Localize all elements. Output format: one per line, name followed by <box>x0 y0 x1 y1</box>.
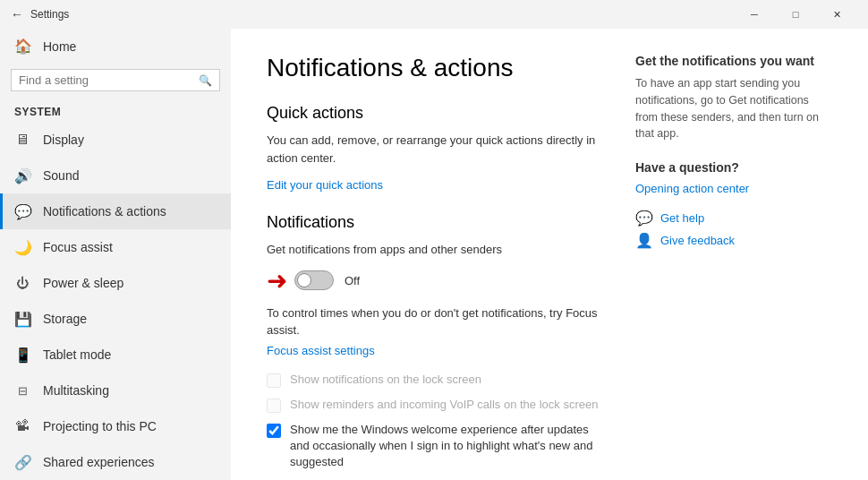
search-input[interactable] <box>19 73 199 87</box>
multitasking-icon: ⊟ <box>14 384 30 398</box>
close-button[interactable]: ✕ <box>816 0 857 29</box>
feedback-icon: 👤 <box>635 232 653 249</box>
help-section: 💬 Get help 👤 Give feedback <box>635 210 832 249</box>
sidebar-item-label: Power & sleep <box>43 276 123 290</box>
get-help-link[interactable]: Get help <box>660 211 704 225</box>
sidebar-item-label: Sound <box>43 168 79 183</box>
sidebar-item-focus[interactable]: 🌙 Focus assist <box>0 229 231 265</box>
tablet-icon: 📱 <box>14 347 30 364</box>
sidebar-item-label: Shared experiences <box>43 455 155 469</box>
sidebar-item-label: Display <box>43 133 84 147</box>
quick-actions-title: Quick actions <box>267 104 600 123</box>
give-feedback-link[interactable]: Give feedback <box>660 234 735 247</box>
app-title: Settings <box>30 8 69 21</box>
welcome-checkbox[interactable] <box>267 424 281 438</box>
back-icon[interactable]: ← <box>11 7 23 21</box>
content-main: Notifications & actions Quick actions Yo… <box>267 54 600 455</box>
focus-assist-desc: To control times when you do or don't ge… <box>267 304 600 339</box>
sidebar-item-notifications[interactable]: 💬 Notifications & actions <box>0 193 231 229</box>
sidebar-item-label: Storage <box>43 312 87 326</box>
sidebar-item-label: Tablet mode <box>43 347 111 362</box>
red-arrow-icon: ➜ <box>267 266 287 296</box>
minimize-button[interactable]: ─ <box>734 0 775 29</box>
home-icon: 🏠 <box>14 38 32 55</box>
sidebar-item-multitasking[interactable]: ⊟ Multitasking <box>0 373 231 408</box>
maximize-button[interactable]: □ <box>775 0 816 29</box>
voip-checkbox[interactable] <box>267 399 281 413</box>
notifications-icon: 💬 <box>14 203 30 220</box>
notifications-title: Notifications <box>267 213 600 232</box>
notifications-from-label: Get notifications from apps and other se… <box>267 241 600 259</box>
search-box[interactable]: 🔍 <box>11 69 220 91</box>
voip-label: Show reminders and incoming VoIP calls o… <box>290 397 598 413</box>
focus-icon: 🌙 <box>14 239 30 256</box>
projecting-icon: 📽 <box>14 418 30 434</box>
right-panel: Get the notifications you want To have a… <box>635 54 832 455</box>
right-section2-title: Have a question? <box>635 160 832 175</box>
titlebar: ← Settings ─ □ ✕ <box>0 0 868 29</box>
welcome-label: Show me the Windows welcome experience a… <box>290 422 600 471</box>
opening-action-center-link[interactable]: Opening action center <box>635 182 832 195</box>
sidebar-item-label: Focus assist <box>43 240 113 254</box>
lock-screen-checkbox[interactable] <box>267 373 281 388</box>
right-section1-title: Get the notifications you want <box>635 54 832 68</box>
quick-actions-desc: You can add, remove, or rearrange your q… <box>267 132 600 167</box>
sidebar-item-tablet[interactable]: 📱 Tablet mode <box>0 337 231 373</box>
sidebar-item-storage[interactable]: 💾 Storage <box>0 301 231 337</box>
page-title: Notifications & actions <box>267 54 600 82</box>
sidebar-item-shared[interactable]: 🔗 Shared experiences <box>0 444 231 480</box>
sidebar-item-power[interactable]: ⏻ Power & sleep <box>0 265 231 301</box>
give-feedback-row: 👤 Give feedback <box>635 232 832 249</box>
arrow-indicator-row: ➜ Off <box>267 266 600 296</box>
shared-icon: 🔗 <box>14 454 30 471</box>
system-section-label: System <box>0 100 231 122</box>
storage-icon: 💾 <box>14 311 30 328</box>
sidebar: 🏠 Home 🔍 System 🖥 Display 🔊 Sound 💬 Noti… <box>0 29 231 480</box>
sidebar-item-projecting[interactable]: 📽 Projecting to this PC <box>0 408 231 444</box>
sidebar-item-display[interactable]: 🖥 Display <box>0 122 231 158</box>
toggle-state-label: Off <box>345 274 360 287</box>
titlebar-left: ← Settings <box>11 7 69 21</box>
right-section1-text: To have an app start sending you notific… <box>635 75 832 142</box>
sidebar-item-sound[interactable]: 🔊 Sound <box>0 158 231 193</box>
home-label: Home <box>43 39 76 54</box>
get-help-row: 💬 Get help <box>635 210 832 227</box>
welcome-checkbox-row: Show me the Windows welcome experience a… <box>267 422 600 471</box>
lock-screen-label: Show notifications on the lock screen <box>290 372 481 388</box>
sound-icon: 🔊 <box>14 167 30 184</box>
sidebar-home-button[interactable]: 🏠 Home <box>0 29 231 64</box>
lock-screen-checkbox-row: Show notifications on the lock screen <box>267 372 600 388</box>
voip-checkbox-row: Show reminders and incoming VoIP calls o… <box>267 397 600 413</box>
power-icon: ⏻ <box>14 276 30 290</box>
focus-assist-link[interactable]: Focus assist settings <box>267 344 375 357</box>
titlebar-controls: ─ □ ✕ <box>734 0 857 29</box>
toggle-knob <box>297 273 311 287</box>
app-body: 🏠 Home 🔍 System 🖥 Display 🔊 Sound 💬 Noti… <box>0 29 868 480</box>
search-icon: 🔍 <box>199 74 212 87</box>
get-help-icon: 💬 <box>635 210 653 227</box>
content-area: Notifications & actions Quick actions Yo… <box>231 29 868 480</box>
notifications-toggle[interactable] <box>294 270 334 290</box>
sidebar-item-label: Notifications & actions <box>43 204 166 219</box>
notifications-toggle-row: Off <box>294 270 360 290</box>
edit-quick-actions-link[interactable]: Edit your quick actions <box>267 178 383 192</box>
sidebar-item-label: Projecting to this PC <box>43 419 157 433</box>
display-icon: 🖥 <box>14 132 30 148</box>
sidebar-item-label: Multitasking <box>43 383 109 398</box>
